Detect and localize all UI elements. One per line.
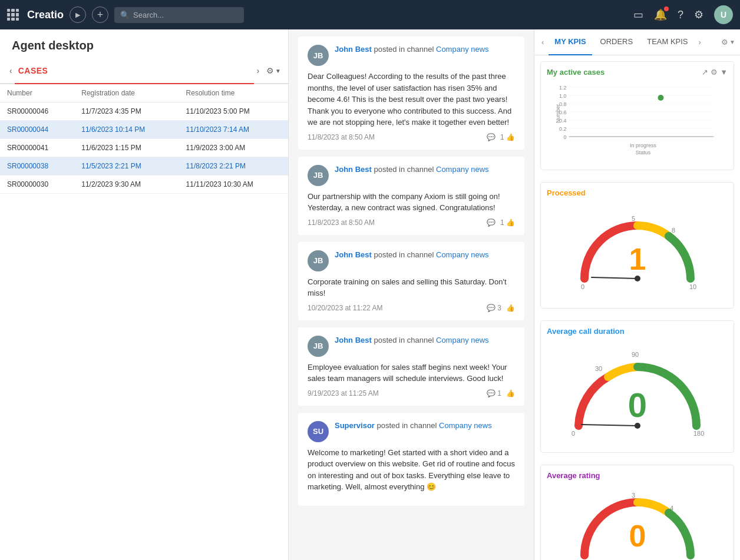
help-icon[interactable]: ? <box>678 9 683 21</box>
post-action-text: posted in channel <box>374 336 436 344</box>
dropdown-arrow: ▼ <box>275 68 281 74</box>
post-author[interactable]: Supervisor <box>335 421 375 430</box>
kpi-settings-button[interactable]: ⚙ <box>711 68 718 77</box>
svg-text:1: 1 <box>629 242 646 276</box>
post-footer: 9/19/2023 at 11:25 AM 💬 1 👍 <box>308 389 515 397</box>
post-header: SU Supervisor posted in channel Company … <box>308 421 515 442</box>
feed-post: JB John Best posted in channel Company n… <box>298 242 524 320</box>
post-body: Welcome to marketing! Get started with a… <box>308 447 515 493</box>
post-timestamp: 9/19/2023 at 11:25 AM <box>308 389 480 397</box>
post-footer: 10/20/2023 at 11:22 AM 💬 3 👍 <box>308 304 515 312</box>
search-icon: 🔍 <box>120 11 130 19</box>
table-row[interactable]: SR00000038 11/5/2023 2:21 PM 11/8/2023 2… <box>0 157 288 175</box>
post-body: Employee evaluation for sales staff begi… <box>308 362 515 385</box>
user-avatar[interactable]: U <box>714 5 733 24</box>
kpi-avg-call-header: Average call duration <box>547 327 728 336</box>
settings-icon[interactable]: ⚙ <box>694 8 703 21</box>
case-reg-date: 11/6/2023 1:15 PM <box>74 139 179 157</box>
tab-orders[interactable]: ORDERS <box>594 29 639 55</box>
table-row[interactable]: SR00000030 11/2/2023 9:30 AM 11/11/2023 … <box>0 175 288 194</box>
svg-text:0: 0 <box>627 386 646 424</box>
like-button[interactable]: 👍 <box>506 304 515 312</box>
kpi-processed-title: Processed <box>547 188 586 197</box>
post-channel[interactable]: Company news <box>436 165 489 174</box>
apps-grid-icon[interactable] <box>7 9 19 21</box>
table-row[interactable]: SR00000046 11/7/2023 4:35 PM 11/10/2023 … <box>0 102 288 121</box>
page-title: Agent desktop <box>0 29 288 58</box>
post-channel[interactable]: Company news <box>439 421 492 430</box>
case-reg-date: 11/2/2023 9:30 AM <box>74 175 179 194</box>
kpi-tabs-back[interactable]: ‹ <box>539 35 546 49</box>
post-meta: John Best posted in channel Company news <box>335 45 515 54</box>
post-channel[interactable]: Company news <box>436 250 489 259</box>
kpi-tabs-forward[interactable]: › <box>696 35 703 49</box>
play-button[interactable]: ▶ <box>70 6 86 23</box>
tab-my-kpis[interactable]: MY KPIS <box>549 29 592 55</box>
search-box[interactable]: 🔍 <box>114 7 244 23</box>
avatar: JB <box>308 45 329 66</box>
cases-back-button[interactable]: ‹ <box>7 64 15 78</box>
kpi-card-processed: Processed 0 5 8 10 <box>540 182 734 309</box>
table-row[interactable]: SR00000044 11/6/2023 10:14 PM 11/10/2023… <box>0 121 288 139</box>
kpi-gear-icon: ⚙ <box>721 38 728 47</box>
comment-button[interactable]: 💬 <box>487 133 495 141</box>
post-header: JB John Best posted in channel Company n… <box>308 165 515 186</box>
avg-call-gauge: 0 30 90 180 0 <box>547 340 728 446</box>
cases-table: Number Registration date Resolution time… <box>0 84 288 194</box>
case-res-time: 11/9/2023 3:00 AM <box>179 139 288 157</box>
avg-call-gauge-svg: 0 30 90 180 0 <box>561 340 714 440</box>
post-channel[interactable]: Company news <box>436 336 489 344</box>
post-header: JB John Best posted in channel Company n… <box>308 250 515 271</box>
notification-icon[interactable]: 🔔 <box>654 8 667 21</box>
kpi-expand-button[interactable]: ↗ <box>702 68 708 77</box>
cases-forward-button[interactable]: › <box>254 64 262 78</box>
cases-header: ‹ CASES › ⚙ ▼ <box>0 58 288 84</box>
like-button[interactable]: 👍 <box>506 389 515 397</box>
comment-button[interactable]: 💬 1 <box>487 389 501 397</box>
post-meta: John Best posted in channel Company news <box>335 336 515 344</box>
comment-button[interactable]: 💬 <box>487 218 495 227</box>
svg-point-23 <box>635 276 640 281</box>
post-author[interactable]: John Best <box>335 165 372 174</box>
post-author[interactable]: John Best <box>335 336 372 344</box>
svg-text:0.2: 0.2 <box>559 126 567 132</box>
tab-team-kpis[interactable]: TEAM KPIS <box>641 29 693 55</box>
left-panel: Agent desktop ‹ CASES › ⚙ ▼ Number Regis… <box>0 29 289 560</box>
svg-text:4: 4 <box>670 505 673 512</box>
apps-icon[interactable]: ▭ <box>633 8 643 21</box>
svg-text:90: 90 <box>632 351 639 358</box>
cases-settings-button[interactable]: ⚙ ▼ <box>264 64 283 78</box>
kpi-settings[interactable]: ⚙ ▼ <box>721 38 735 47</box>
svg-text:1.2: 1.2 <box>559 85 567 91</box>
kpi-avg-call-title: Average call duration <box>547 327 625 336</box>
post-author[interactable]: John Best <box>335 250 372 259</box>
svg-text:0: 0 <box>581 283 584 290</box>
logo: Creatio <box>27 9 64 21</box>
post-timestamp: 10/20/2023 at 11:22 AM <box>308 304 480 312</box>
post-author[interactable]: John Best <box>335 45 372 54</box>
table-row[interactable]: SR00000041 11/6/2023 1:15 PM 11/9/2023 3… <box>0 139 288 157</box>
post-meta: John Best posted in channel Company news <box>335 250 515 259</box>
case-res-time: 11/11/2023 10:30 AM <box>179 175 288 194</box>
post-timestamp: 11/8/2023 at 8:50 AM <box>308 133 480 141</box>
case-number: SR00000041 <box>0 139 74 157</box>
avg-rating-gauge-svg: 3 4 0 <box>573 485 702 560</box>
processed-gauge: 0 5 8 10 1 <box>547 202 728 302</box>
cases-title: CASES <box>15 58 255 84</box>
svg-text:1.0: 1.0 <box>559 93 567 99</box>
like-button[interactable]: 1 👍 <box>500 218 515 227</box>
post-channel[interactable]: Company news <box>436 45 489 54</box>
col-res-time: Resolution time <box>179 84 288 102</box>
kpi-avg-rating-title: Average rating <box>547 471 600 480</box>
svg-text:3: 3 <box>632 492 635 499</box>
like-button[interactable]: 1 👍 <box>500 133 515 141</box>
kpi-dropdown-button[interactable]: ▼ <box>720 68 728 77</box>
post-footer: 11/8/2023 at 8:50 AM 💬 1 👍 <box>308 218 515 227</box>
add-button[interactable]: + <box>92 6 108 23</box>
comment-button[interactable]: 💬 3 <box>487 304 501 312</box>
feed-panel: JB John Best posted in channel Company n… <box>289 29 534 560</box>
svg-text:Number: Number <box>555 104 561 123</box>
search-input[interactable] <box>133 11 238 19</box>
kpi-card-avg-rating: Average rating 3 4 0 <box>540 465 734 560</box>
svg-text:5: 5 <box>632 215 635 222</box>
